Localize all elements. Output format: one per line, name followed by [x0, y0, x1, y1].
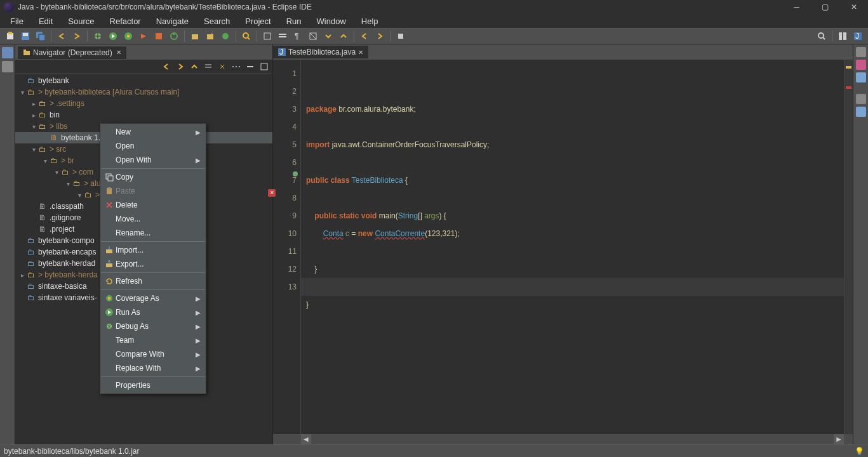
svg-rect-21: [398, 34, 403, 39]
menu-file[interactable]: File: [3, 15, 31, 27]
ctx-label: Debug As: [116, 322, 196, 331]
ctx-compare-with[interactable]: Compare With▶: [100, 347, 206, 361]
prev-annotation-button[interactable]: [337, 29, 351, 43]
import-icon: [103, 246, 116, 255]
tree-settings[interactable]: ▸🗀> .settings: [15, 98, 272, 109]
ctx-open[interactable]: Open: [100, 139, 206, 153]
close-icon[interactable]: ✕: [116, 49, 121, 56]
ctx-move-[interactable]: Move...: [100, 212, 206, 226]
new-class-button[interactable]: [203, 29, 217, 43]
new-button[interactable]: [3, 29, 17, 43]
menu-project[interactable]: Project: [237, 15, 278, 27]
menu-refactor[interactable]: Refactor: [102, 15, 149, 27]
overview-ruler[interactable]: [844, 60, 853, 434]
search-button[interactable]: [239, 29, 253, 43]
pin-button[interactable]: [394, 29, 408, 43]
ctx-properties[interactable]: Properties: [100, 378, 206, 392]
build-button[interactable]: [167, 29, 181, 43]
delete-icon: [103, 201, 116, 209]
run-button[interactable]: [106, 29, 120, 43]
up-icon[interactable]: [190, 62, 199, 71]
menu-run[interactable]: Run: [279, 15, 309, 27]
task-list-icon[interactable]: [856, 60, 866, 70]
ctx-export-[interactable]: Export...: [100, 257, 206, 271]
ctx-label: Properties: [116, 381, 201, 390]
tip-icon[interactable]: 💡: [855, 447, 864, 456]
scroll-right-icon[interactable]: ►: [834, 434, 844, 444]
ctx-label: Coverage As: [116, 294, 196, 303]
new-type-button[interactable]: [218, 29, 232, 43]
toggle-mark-button[interactable]: [260, 29, 274, 43]
toggle-block-button[interactable]: [306, 29, 320, 43]
ctx-rename-[interactable]: Rename...: [100, 226, 206, 240]
restore-icon-2[interactable]: [856, 94, 866, 104]
ctx-copy[interactable]: Copy: [100, 170, 206, 184]
chevron-right-icon: ▶: [196, 337, 201, 344]
ctx-coverage-as[interactable]: Coverage As▶: [100, 291, 206, 305]
menu-window[interactable]: Window: [309, 15, 354, 27]
tree-project-bytebank[interactable]: 🗀bytebank: [15, 75, 272, 86]
menu-edit[interactable]: Edit: [31, 15, 60, 27]
view-icon[interactable]: [856, 107, 866, 117]
code-editor[interactable]: package br.com.alura.bytebank; import ja…: [301, 60, 844, 434]
maximize-button[interactable]: ▢: [811, 0, 839, 14]
redo-button[interactable]: [70, 29, 84, 43]
min-icon[interactable]: [246, 62, 255, 71]
java-perspective-button[interactable]: J: [851, 29, 865, 43]
svg-rect-13: [207, 34, 213, 39]
filter-icon[interactable]: [232, 62, 241, 71]
close-button[interactable]: ✕: [839, 0, 868, 14]
menu-help[interactable]: Help: [354, 15, 386, 27]
ctx-replace-with[interactable]: Replace With▶: [100, 361, 206, 375]
next-annotation-button[interactable]: [321, 29, 335, 43]
back-button[interactable]: [357, 29, 371, 43]
error-marker-icon[interactable]: ✕: [268, 189, 276, 197]
minimized-view-1[interactable]: [2, 47, 13, 58]
outline-icon[interactable]: [856, 72, 866, 83]
ext-tools-button[interactable]: [152, 29, 166, 43]
quick-access-button[interactable]: [815, 29, 829, 43]
forward-button[interactable]: [373, 29, 387, 43]
ctx-team[interactable]: Team▶: [100, 333, 206, 347]
link-icon[interactable]: [218, 62, 227, 71]
warning-mark[interactable]: [846, 66, 851, 69]
max-icon[interactable]: [260, 62, 269, 71]
toggle-breadcrumb-button[interactable]: [276, 29, 290, 43]
back-icon[interactable]: [162, 62, 171, 71]
editor-tab[interactable]: J TesteBiblioteca.java ✕: [273, 46, 368, 58]
svg-rect-18: [279, 36, 286, 37]
minimized-view-2[interactable]: [2, 61, 13, 72]
open-perspective-button[interactable]: [836, 29, 850, 43]
forward-icon[interactable]: [176, 62, 185, 71]
undo-button[interactable]: [55, 29, 69, 43]
ctx-open-with[interactable]: Open With▶: [100, 153, 206, 167]
menu-search[interactable]: Search: [196, 15, 237, 27]
ctx-debug-as[interactable]: Debug As▶: [100, 319, 206, 333]
toggle-whitespace-button[interactable]: ¶: [291, 29, 305, 43]
close-icon[interactable]: ✕: [358, 49, 363, 56]
ctx-run-as[interactable]: Run As▶: [100, 305, 206, 319]
navigator-tab[interactable]: Navigator (Deprecated) ✕: [18, 46, 126, 59]
scroll-left-icon[interactable]: ◄: [301, 434, 311, 444]
save-button[interactable]: [18, 29, 32, 43]
run-marker-icon[interactable]: [293, 171, 298, 176]
save-all-button[interactable]: [34, 29, 48, 43]
menu-source[interactable]: Source: [60, 15, 102, 27]
error-mark[interactable]: [846, 86, 851, 89]
minimize-button[interactable]: ─: [782, 0, 811, 14]
new-package-button[interactable]: [188, 29, 202, 43]
h-scrollbar[interactable]: ◄ ►: [273, 434, 853, 444]
ctx-import-[interactable]: Import...: [100, 243, 206, 257]
coverage-button[interactable]: [121, 29, 135, 43]
ctx-refresh[interactable]: Refresh: [100, 274, 206, 288]
tree-project-biblioteca[interactable]: ▾🗀> bytebank-biblioteca [Alura Cursos ma…: [15, 86, 272, 98]
tree-bin[interactable]: ▸🗀bin: [15, 109, 272, 121]
debug-button[interactable]: [91, 29, 105, 43]
run-last-button[interactable]: [137, 29, 150, 43]
ctx-delete[interactable]: Delete: [100, 198, 206, 212]
line-gutter[interactable]: 1 2 3 4 5 6 7 ✕8 9 10 11 12 13: [273, 60, 301, 434]
restore-icon[interactable]: [856, 47, 866, 57]
menu-navigate[interactable]: Navigate: [149, 15, 196, 27]
ctx-new[interactable]: New▶: [100, 125, 206, 139]
collapse-icon[interactable]: [204, 62, 213, 71]
